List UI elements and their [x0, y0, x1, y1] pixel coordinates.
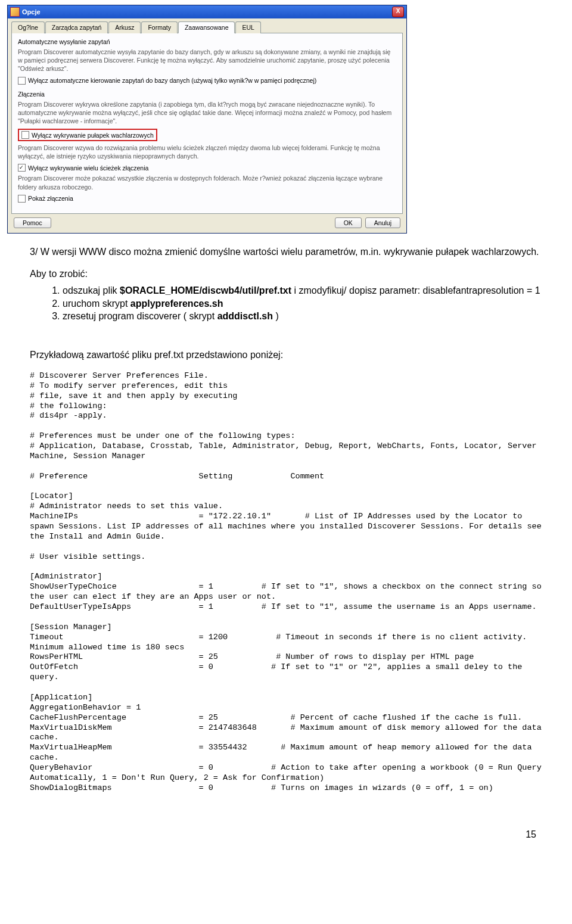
checkbox-show-joins[interactable] [18, 195, 26, 203]
tab-query-manager[interactable]: Zarządca zapytań [45, 21, 108, 33]
paragraph-example-lead: Przykładową zawartość pliku pref.txt prz… [30, 349, 542, 362]
step-3-text-a: zresetuj program discoverer ( skrypt [63, 311, 217, 321]
paragraph-steps-lead: Aby to zrobić: [30, 267, 542, 281]
paragraph-intro: 3/ W wersji WWW disco można zmienić domy… [30, 245, 542, 259]
group-auto-query-desc: Program Discoverer automatycznie wysyła … [18, 48, 396, 73]
tab-strip: Og?lne Zarządca zapytań Arkusz Formaty Z… [11, 21, 403, 33]
group-joins-desc2: Program Discoverer wzywa do rozwiązania … [18, 144, 396, 160]
checkbox-disable-auto-query[interactable] [18, 77, 26, 85]
ok-button[interactable]: OK [335, 217, 362, 228]
options-dialog: Opcje X Og?lne Zarządca zapytań Arkusz F… [7, 5, 407, 234]
group-joins-desc1: Program Discoverer wykrywa określone zap… [18, 100, 396, 126]
highlighted-option: Wyłącz wykrywanie pułapek wachlarzowych [18, 129, 157, 141]
group-joins-title: Złączenia [18, 91, 396, 98]
tab-general[interactable]: Og?lne [11, 21, 45, 33]
step-3: zresetuj program discoverer ( skrypt add… [63, 310, 542, 323]
tab-sheet[interactable]: Arkusz [108, 21, 141, 33]
checkbox-disable-multipath[interactable] [18, 164, 26, 172]
pref-file-content: # Discoverer Server Preferences File. # … [30, 371, 542, 794]
step-2: uruchom skrypt applypreferences.sh [63, 297, 542, 310]
tab-advanced[interactable]: Zaawansowane [178, 21, 235, 33]
close-icon[interactable]: X [392, 7, 404, 17]
group-auto-query-title: Automatyczne wysyłanie zapytań [18, 38, 396, 45]
step-1-path: $ORACLE_HOME/discwb4/util/pref.txt [120, 285, 291, 295]
cancel-button[interactable]: Anuluj [365, 217, 400, 228]
page-number: 15 [0, 811, 572, 852]
app-icon [10, 7, 20, 17]
checkbox-show-joins-label: Pokaż złączenia [28, 195, 73, 202]
step-2-script: applypreferences.sh [130, 298, 223, 309]
checkbox-disable-multipath-label: Wyłącz wykrywanie wielu ścieżek złączeni… [28, 164, 148, 172]
help-button[interactable]: Pomoc [14, 217, 51, 228]
checkbox-disable-auto-query-label: Wyłącz automatyczne kierowanie zapytań d… [28, 77, 316, 84]
step-1-text-c: i zmodyfikuj/ dopisz parametr: disablefa… [291, 285, 540, 295]
checkbox-disable-fantrap[interactable] [21, 131, 29, 139]
window-title: Opcje [22, 8, 41, 15]
titlebar: Opcje X [8, 5, 406, 18]
checkbox-disable-fantrap-label: Wyłącz wykrywanie pułapek wachlarzowych [32, 132, 154, 139]
step-3-text-c: ) [273, 311, 279, 321]
document-body: 3/ W wersji WWW disco można zmienić domy… [0, 245, 572, 811]
group-joins-desc3: Program Discoverer może pokazać wszystki… [18, 174, 396, 191]
tab-eul[interactable]: EUL [235, 21, 260, 33]
tab-formats[interactable]: Formaty [141, 21, 178, 33]
step-2-text-a: uruchom skrypt [63, 298, 130, 309]
steps-list: odszukaj plik $ORACLE_HOME/discwb4/util/… [30, 284, 542, 323]
button-row: Pomoc OK Anuluj [11, 214, 403, 229]
step-1-text-a: odszukaj plik [63, 285, 120, 295]
tab-panel: Automatyczne wysyłanie zapytań Program D… [11, 33, 403, 214]
step-1: odszukaj plik $ORACLE_HOME/discwb4/util/… [63, 284, 542, 297]
step-3-script: adddisctl.sh [217, 311, 273, 321]
